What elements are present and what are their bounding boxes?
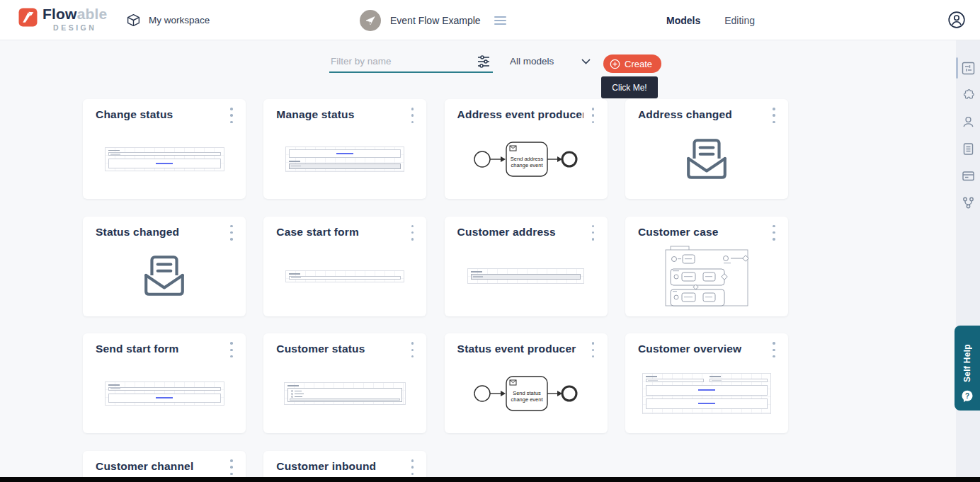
card-menu-icon[interactable] xyxy=(588,342,598,357)
card-menu-icon[interactable] xyxy=(407,108,417,123)
tab-models[interactable]: Models xyxy=(666,15,700,26)
card-menu-icon[interactable] xyxy=(769,108,779,123)
filter-by-name-input[interactable] xyxy=(329,53,493,73)
card-menu-icon[interactable] xyxy=(407,459,417,475)
card-menu-icon[interactable] xyxy=(227,459,237,475)
help-bubble-icon: ? xyxy=(960,389,974,403)
paper-plane-icon xyxy=(365,15,376,26)
model-card[interactable]: Customer address xyxy=(445,217,608,316)
form-preview xyxy=(285,147,404,172)
model-card[interactable]: Address event producer Send address chan… xyxy=(445,99,608,199)
card-menu-icon[interactable] xyxy=(769,342,779,357)
model-card[interactable]: Case start form xyxy=(263,217,426,316)
card-title: Customer status xyxy=(276,343,402,355)
card-menu-icon[interactable] xyxy=(588,108,598,123)
form-preview xyxy=(105,381,224,406)
card-title: Manage status xyxy=(276,108,402,121)
card-menu-icon[interactable] xyxy=(407,342,417,357)
rail-item-form-card-icon[interactable] xyxy=(956,162,980,189)
filter-toolbar: All models Create Click Me! xyxy=(0,40,956,90)
workspace-label: My workspace xyxy=(149,15,210,25)
model-type-value: All models xyxy=(510,56,554,67)
rail-item-branch-icon[interactable] xyxy=(956,189,980,216)
card-thumbnail: Send address change event xyxy=(445,125,608,193)
workspace-cube-icon xyxy=(126,13,141,28)
user-avatar-button[interactable] xyxy=(947,11,966,29)
event-envelope-icon xyxy=(141,254,188,298)
rail-item-user-icon[interactable] xyxy=(956,108,980,135)
card-title: Address changed xyxy=(638,108,764,121)
rail-item-extensions-puzzle-icon[interactable] xyxy=(956,81,980,108)
create-tooltip: Click Me! xyxy=(601,76,658,98)
app-menu-icon[interactable] xyxy=(494,16,506,25)
card-title: Status event producer xyxy=(457,343,583,355)
model-card[interactable]: Customer status xyxy=(263,333,426,433)
model-card[interactable]: Status changed xyxy=(83,217,246,316)
card-title: Status changed xyxy=(96,226,222,239)
card-menu-icon[interactable] xyxy=(227,225,237,241)
card-title: Address event producer xyxy=(457,108,583,121)
card-thumbnail xyxy=(83,242,246,311)
self-help-label: Self Help xyxy=(962,344,972,382)
card-menu-icon[interactable] xyxy=(227,342,237,357)
filter-sliders-icon[interactable] xyxy=(476,54,491,71)
form-preview xyxy=(642,373,771,414)
card-thumbnail xyxy=(263,242,426,311)
app-avatar xyxy=(360,10,381,31)
card-menu-icon[interactable] xyxy=(769,225,779,241)
card-title: Case start form xyxy=(276,226,402,239)
bpmn-preview: Send status change event xyxy=(472,365,580,422)
card-thumbnail xyxy=(263,359,426,428)
filter-field xyxy=(329,53,493,73)
card-thumbnail: Send status change event xyxy=(445,359,608,428)
bpmn-preview: Send address change event xyxy=(472,131,580,188)
svg-text:Send status: Send status xyxy=(513,390,541,396)
cmmn-preview xyxy=(663,243,750,309)
model-card[interactable]: Change status xyxy=(83,99,246,199)
model-card[interactable]: Status event producer Send status change… xyxy=(445,333,608,433)
card-title: Customer address xyxy=(457,226,583,239)
model-card[interactable]: Customer inbound xyxy=(263,451,426,477)
model-card[interactable]: Customer case xyxy=(625,217,788,316)
current-app: Event Flow Example xyxy=(360,0,506,40)
card-thumbnail xyxy=(625,242,788,311)
model-card[interactable]: Address changed xyxy=(625,99,788,199)
card-title: Customer case xyxy=(638,226,764,239)
model-card[interactable]: Send start form xyxy=(83,333,246,433)
form-preview xyxy=(284,382,406,405)
card-title: Customer inbound xyxy=(276,460,402,473)
card-menu-icon[interactable] xyxy=(407,225,417,241)
models-grid: Change status Manage status Address even… xyxy=(83,99,788,477)
card-thumbnail xyxy=(625,125,788,193)
card-thumbnail xyxy=(625,359,788,428)
model-card[interactable]: Customer overview xyxy=(625,333,788,433)
card-menu-icon[interactable] xyxy=(588,225,598,241)
form-preview xyxy=(105,147,224,171)
model-type-dropdown[interactable]: All models xyxy=(510,56,591,67)
brand-subtitle: DESIGN xyxy=(53,23,96,32)
create-button[interactable]: Create xyxy=(603,54,661,73)
rail-item-models-panel-icon[interactable] xyxy=(956,54,980,81)
brand-name: Flowable xyxy=(42,6,107,21)
app-name: Event Flow Example xyxy=(390,15,481,26)
card-title: Send start form xyxy=(96,343,222,355)
flowable-logo-icon xyxy=(18,8,38,27)
chevron-down-icon xyxy=(581,59,591,64)
top-nav: Models Editing xyxy=(666,0,755,40)
svg-text:?: ? xyxy=(965,392,969,400)
model-card[interactable]: Customer channel xyxy=(83,451,246,477)
workspace-switcher[interactable]: My workspace xyxy=(126,0,210,40)
form-preview xyxy=(467,268,584,284)
model-card[interactable]: Manage status xyxy=(263,99,426,199)
event-envelope-icon xyxy=(683,137,730,181)
card-menu-icon[interactable] xyxy=(227,108,237,123)
svg-text:change event: change event xyxy=(511,396,543,403)
tab-editing[interactable]: Editing xyxy=(724,15,755,26)
rail-item-document-icon[interactable] xyxy=(956,135,980,162)
card-thumbnail xyxy=(263,125,426,193)
card-thumbnail xyxy=(83,359,246,428)
flowable-logo: Flowable DESIGN xyxy=(18,6,107,32)
self-help-tab[interactable]: Self Help ? xyxy=(955,326,980,411)
svg-text:change event: change event xyxy=(511,162,543,168)
card-title: Customer overview xyxy=(638,343,764,355)
